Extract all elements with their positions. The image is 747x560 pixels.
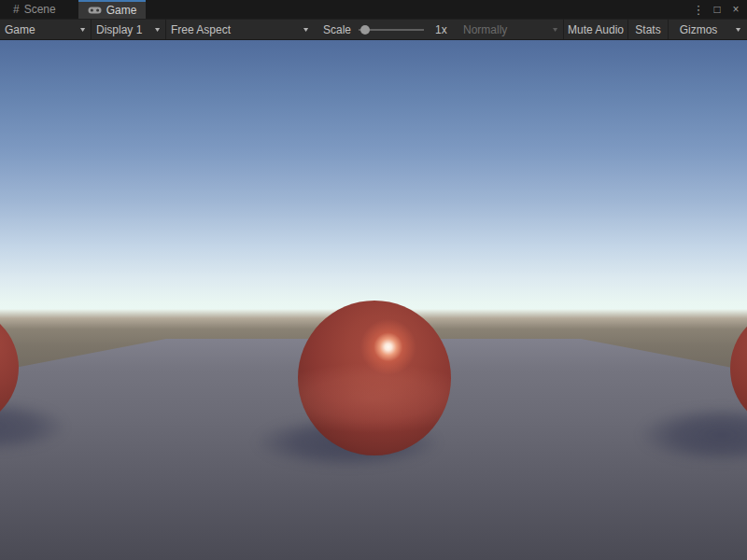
red-sphere-center (298, 301, 451, 455)
mute-audio-label: Mute Audio (568, 23, 624, 36)
chevron-down-icon: ▼ (78, 26, 87, 33)
view-mode-dropdown[interactable]: Game ▼ (0, 20, 91, 39)
chevron-down-icon: ▼ (153, 26, 162, 33)
game-render-viewport[interactable] (0, 40, 747, 560)
scale-slider[interactable] (359, 24, 424, 35)
gamepad-icon (88, 6, 102, 15)
scale-label: Scale (323, 23, 351, 36)
slider-knob[interactable] (360, 25, 370, 35)
gizmos-dropdown-arrow[interactable]: ▼ (728, 20, 747, 39)
aspect-ratio-label: Free Aspect (171, 23, 231, 36)
display-dropdown-label: Display 1 (96, 23, 142, 36)
game-view-toolbar: Game ▼ Display 1 ▼ Free Aspect ▼ Scale 1… (0, 19, 747, 39)
aspect-ratio-dropdown[interactable]: Free Aspect ▼ (166, 20, 314, 39)
toolbar-spacer (452, 20, 458, 39)
window-controls: ⋮ □ × (691, 0, 743, 19)
chevron-down-icon: ▼ (302, 26, 310, 33)
display-dropdown[interactable]: Display 1 ▼ (92, 20, 165, 39)
mute-audio-button[interactable]: Mute Audio (564, 20, 627, 39)
scene-grid-icon: # (13, 3, 20, 16)
tab-game-label: Game (106, 4, 137, 17)
unity-game-view-window: # Scene Game ⋮ □ × Game ▼ Displa (0, 0, 747, 560)
stats-button[interactable]: Stats (628, 20, 668, 39)
tab-game[interactable]: Game (78, 0, 147, 19)
play-mode-label: Normally (463, 23, 507, 36)
chevron-down-icon: ▼ (551, 26, 559, 33)
gizmos-label: Gizmos (680, 23, 718, 36)
chevron-down-icon: ▼ (734, 26, 742, 33)
skybox-gradient (0, 40, 747, 318)
tab-scene-label: Scene (24, 3, 56, 16)
gizmos-button[interactable]: Gizmos (669, 20, 728, 39)
view-mode-label: Game (5, 23, 35, 36)
scale-value: 1x (435, 23, 447, 36)
maximize-icon[interactable]: □ (710, 2, 725, 17)
kebab-menu-icon[interactable]: ⋮ (691, 2, 706, 17)
scale-control: Scale 1x (314, 20, 452, 39)
play-mode-dropdown-disabled[interactable]: Normally ▼ (458, 20, 563, 39)
tab-bar: # Scene Game ⋮ □ × (0, 0, 747, 19)
tab-scene[interactable]: # Scene (4, 0, 65, 19)
stats-label: Stats (635, 23, 660, 36)
close-icon[interactable]: × (728, 2, 743, 17)
